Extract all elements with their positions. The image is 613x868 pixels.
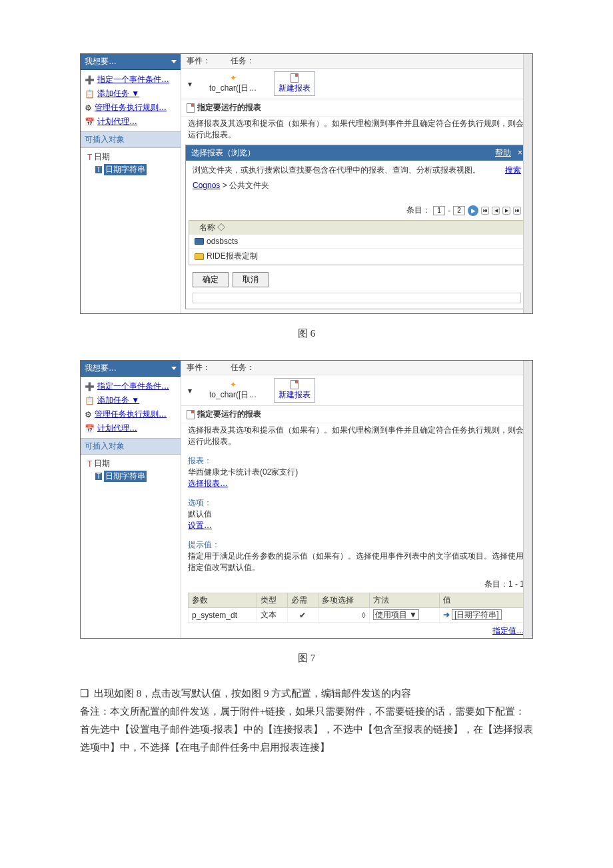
sidebar-link[interactable]: 添加任务 ▼ (97, 88, 139, 99)
tree-item-date[interactable]: T日期 (87, 151, 174, 163)
breadcrumb-current: 公共文件夹 (229, 181, 269, 190)
breadcrumb-root[interactable]: Cognos (193, 181, 220, 190)
th-value: 值 (439, 593, 525, 608)
table-header: 名称 ◇ (189, 220, 525, 235)
cell-multi: ◊ (318, 608, 369, 623)
sidebar-link[interactable]: 计划代理… (97, 423, 137, 434)
sidebar-link[interactable]: 管理任务执行规则… (95, 409, 167, 420)
cell-type: 文本 (257, 608, 288, 623)
table-row[interactable]: RIDE报表定制 (189, 249, 524, 265)
cell-param: p_system_dt (189, 608, 257, 623)
toolbar-event-text: to_char([日… (209, 83, 257, 94)
vertical-scrollbar[interactable] (523, 361, 532, 638)
cancel-button[interactable]: 取消 (233, 272, 269, 287)
method-select[interactable]: 使用项目 ▼ (373, 609, 419, 620)
pager-prev-button[interactable]: ◀ (492, 207, 500, 215)
toolbar-event-button[interactable]: ✦ to_char([日… (205, 72, 261, 95)
th-multi: 多项选择 (318, 593, 369, 608)
ok-button[interactable]: 确定 (193, 272, 229, 287)
sidebar-link[interactable]: 指定一个事件条件… (97, 381, 169, 392)
pager-label: 条目： (406, 205, 430, 216)
toolbar: 事件： 任务： (181, 361, 532, 375)
sidebar-link[interactable]: 添加任务 ▼ (97, 395, 139, 406)
set-options-link[interactable]: 设置… (188, 521, 212, 530)
sidebar-header: 我想要… (81, 361, 181, 377)
sidebar-item-rules[interactable]: ⚙管理任务执行规则… (81, 101, 181, 115)
toolbar-newreport-text: 新建报表 (279, 83, 310, 94)
report-icon (291, 73, 299, 83)
pager-from-input[interactable] (433, 206, 445, 215)
sidebar-item-agent[interactable]: 📅计划代理… (81, 421, 181, 435)
tree-label: 日期 (94, 151, 110, 163)
report-name: 华西健康龙卡统计表(02家支行) (188, 467, 526, 478)
toolbar-newreport-button[interactable]: 新建报表 (274, 71, 315, 96)
options-value: 默认值 (188, 509, 526, 520)
sidebar-item-condition[interactable]: ➕指定一个事件条件… (81, 73, 181, 87)
sidebar-link[interactable]: 计划代理… (97, 116, 137, 127)
screenshot-fig7: 我想要… ➕指定一个事件条件… 📋添加任务 ▼ ⚙管理任务执行规则… 📅计划代理… (80, 360, 533, 639)
sidebar-link[interactable]: 指定一个事件条件… (97, 74, 169, 85)
figure-caption: 图 7 (0, 652, 613, 665)
prompt-label: 提示值： (188, 539, 526, 551)
sidebar-title: 我想要… (85, 363, 117, 374)
toolbar-event-label: 事件： (187, 55, 211, 67)
tree-item-date[interactable]: T日期 (87, 457, 174, 470)
sidebar: 我想要… ➕指定一个事件条件… 📋添加任务 ▼ ⚙管理任务执行规则… 📅计划代理… (81, 361, 181, 638)
dialog-help-link[interactable]: 帮助 (495, 148, 511, 157)
toolbar-event-button[interactable]: ✦ to_char([日… (205, 379, 261, 402)
dialog-header: 选择报表（浏览） 帮助 × (186, 145, 528, 161)
report-icon (187, 410, 195, 419)
col-name[interactable]: 名称 ◇ (199, 223, 225, 232)
toolbar-newreport-text: 新建报表 (279, 389, 310, 401)
sidebar-insert-header: 可插入对象 (81, 438, 181, 455)
pager-go-button[interactable]: ▶ (468, 205, 478, 216)
specify-value-link[interactable]: 指定值… (492, 626, 524, 635)
tree-item-datestr[interactable]: T日期字符串 (87, 163, 174, 176)
panel-title: 指定要运行的报表 (197, 102, 261, 113)
sidebar-item-condition[interactable]: ➕指定一个事件条件… (81, 379, 181, 393)
param-row: p_system_dt 文本 ✔ ◊ 使用项目 ▼ ➜ [日期字符串] (189, 608, 526, 623)
sidebar-link[interactable]: 管理任务执行规则… (95, 102, 167, 113)
pager-last-button[interactable]: ⏭ (513, 207, 521, 215)
arrow-right-icon: ➜ (443, 610, 450, 619)
toolbar-task-label: 任务： (231, 362, 255, 373)
options-section: 选项： 默认值 设置… (181, 493, 532, 535)
toolbar-task-label: 任务： (231, 55, 255, 67)
dialog-title: 选择报表（浏览） (191, 147, 255, 159)
tree-label: 日期 (94, 458, 110, 469)
sidebar-item-addtask[interactable]: 📋添加任务 ▼ (81, 87, 181, 101)
th-type: 类型 (257, 593, 288, 608)
sidebar: 我想要… ➕指定一个事件条件… 📋添加任务 ▼ ⚙管理任务执行规则… 📅计划代理… (81, 54, 181, 313)
entry-count: 条目：1 - 1 (181, 577, 532, 591)
chevron-down-icon[interactable] (171, 60, 177, 63)
toolbar-event-label: 事件： (187, 362, 211, 373)
prompt-section: 提示值： 指定用于满足此任务参数的提示值（如果有）。选择使用事件列表中的文字值或… (181, 535, 532, 577)
vertical-scrollbar[interactable] (523, 54, 532, 313)
sidebar-header: 我想要… (81, 54, 181, 70)
folder-link[interactable]: RIDE报表定制 (207, 251, 258, 262)
chevron-down-icon[interactable] (171, 367, 177, 370)
pager-next-button[interactable]: ▶ (502, 207, 510, 215)
panel-hint: 选择报表及其选项和提示值（如果有）。如果代理检测到事件并且确定符合任务执行规则，… (181, 423, 532, 451)
dialog-search-link[interactable]: 搜索 (505, 165, 521, 176)
pager-first-button[interactable]: ⏮ (481, 207, 489, 215)
screenshot-fig6: 我想要… ➕指定一个事件条件… 📋添加任务 ▼ ⚙管理任务执行规则… 📅计划代理… (80, 53, 533, 314)
sidebar-insert-header: 可插入对象 (81, 131, 181, 148)
sidebar-item-rules[interactable]: ⚙管理任务执行规则… (81, 407, 181, 421)
empty-box (193, 293, 521, 303)
panel-hint: 选择报表及其选项和提示值（如果有）。如果代理检测到事件并且确定符合任务执行规则，… (181, 117, 532, 145)
close-icon[interactable]: × (518, 148, 522, 157)
sidebar-item-agent[interactable]: 📅计划代理… (81, 115, 181, 129)
tree-label: 日期字符串 (104, 471, 147, 482)
main-panel: 事件： 任务： ▾ ✦ to_char([日… 新建报表 指定要运行的报表 (181, 361, 532, 638)
pager-to-input[interactable] (453, 206, 465, 215)
table-row[interactable]: odsbscts (189, 235, 524, 249)
sidebar-item-addtask[interactable]: 📋添加任务 ▼ (81, 393, 181, 407)
toolbar-newreport-button[interactable]: 新建报表 (274, 378, 315, 403)
panel-header: 指定要运行的报表 (181, 99, 532, 117)
report-icon (291, 380, 299, 389)
tree-item-datestr[interactable]: T日期字符串 (87, 470, 174, 483)
select-report-link[interactable]: 选择报表… (188, 479, 228, 488)
select-report-dialog: 选择报表（浏览） 帮助 × 浏览文件夹，或执行搜索以查找要包含在代理中的报表、查… (185, 145, 528, 309)
folder-link[interactable]: odsbscts (207, 237, 238, 246)
